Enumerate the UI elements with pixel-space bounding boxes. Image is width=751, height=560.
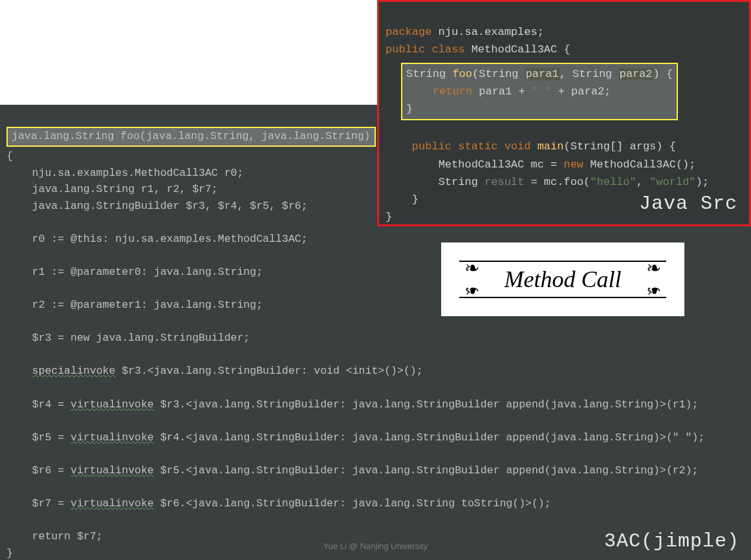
jimple-r3: $r3 = new java.lang.StringBuilder;: [6, 332, 250, 344]
jimple-virtualinvoke: virtualinvoke: [71, 464, 154, 477]
jimple-virtualinvoke: virtualinvoke: [71, 497, 154, 510]
jimple-r2: r2 := @parameter1: java.lang.String;: [6, 299, 263, 311]
jimple-decl2: java.lang.String r1, r2, $r7;: [6, 183, 218, 195]
foo-paren-close: ) {: [653, 68, 673, 80]
foo-comma: , String: [560, 68, 619, 80]
jimple-virtualinvoke: virtualinvoke: [71, 431, 154, 444]
foo-return-type: String: [406, 68, 452, 80]
foo-space-literal: " ": [532, 85, 552, 98]
foo-param2: para2: [619, 68, 653, 80]
foo-param1: para1: [525, 68, 560, 80]
jimple-r7-post: $r6.<java.lang.StringBuilder: java.lang.…: [154, 497, 551, 510]
class-name: MethodCall3AC {: [464, 43, 570, 56]
jimple-si-post: $r3.<java.lang.StringBuilder: void <init…: [115, 365, 422, 377]
jimple-r4-post: $r3.<java.lang.StringBuilder: java.lang.…: [154, 398, 699, 411]
jimple-r1: r1 := @parameter0: java.lang.String;: [6, 266, 263, 278]
foo-paren-open: (String: [472, 68, 525, 80]
foo-return-rest: + para2;: [551, 85, 611, 98]
jimple-r7-pre: $r7 =: [6, 497, 71, 510]
package-name: nju.sa.examples;: [431, 26, 543, 38]
jimple-specialinvoke: specialinvoke: [32, 365, 116, 377]
jimple-r6-pre: $r6 =: [6, 464, 71, 477]
footer-credit: Yue Li @ Nanjing University: [0, 541, 751, 551]
jimple-r6-post: $r5.<java.lang.StringBuilder: java.lang.…: [154, 464, 699, 477]
jimple-signature-highlight: java.lang.String foo(java.lang.String, j…: [6, 127, 376, 147]
open-brace: {: [6, 150, 13, 162]
keyword-class: class: [431, 43, 464, 56]
jimple-virtualinvoke: virtualinvoke: [71, 398, 154, 411]
jimple-decl3: java.lang.StringBuilder $r3, $r4, $r5, $…: [6, 200, 307, 212]
jimple-r5-pre: $r5 =: [6, 431, 71, 444]
foo-method-name: foo: [452, 68, 472, 80]
jimple-r0: r0 := @this: nju.sa.examples.MethodCall3…: [6, 233, 307, 245]
jimple-r4-pre: $r4 =: [6, 398, 71, 411]
blank-area: [0, 0, 377, 105]
jimple-r5-post: $r4.<java.lang.StringBuilder: java.lang.…: [154, 431, 705, 444]
keyword-public: public: [386, 43, 425, 56]
jimple-si-pre: [6, 365, 32, 377]
keyword-package: package: [386, 26, 431, 38]
keyword-return: return: [433, 85, 472, 98]
foo-return-expr: para1 +: [472, 85, 532, 98]
jimple-decl1: nju.sa.examples.MethodCall3AC r0;: [6, 167, 243, 179]
jimple-code-panel: java.lang.String foo(java.lang.String, j…: [0, 105, 751, 560]
